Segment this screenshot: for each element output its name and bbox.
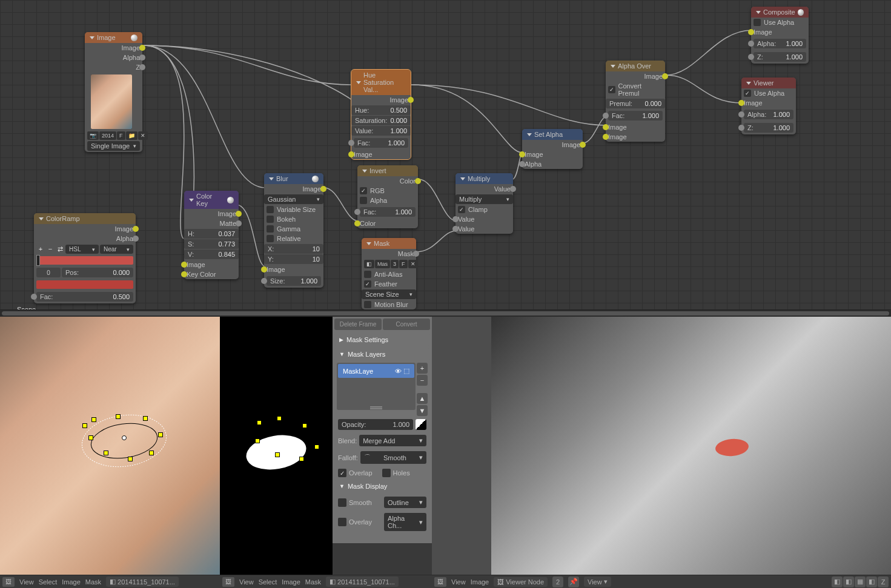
input-image: Image bbox=[264, 265, 323, 274]
check-use-alpha[interactable]: Use Alpha bbox=[751, 18, 809, 27]
check-variable-size[interactable]: Variable Size bbox=[264, 205, 323, 214]
node-mask[interactable]: Mask Mask ◧Mas3F✕ Anti-Alias Feather Sce… bbox=[362, 238, 416, 309]
view-dropdown[interactable]: View▾ bbox=[584, 576, 611, 587]
field-x[interactable]: X:10 bbox=[264, 244, 323, 254]
field-hue[interactable]: Hue:0.500 bbox=[351, 105, 411, 115]
menu-image[interactable]: Image bbox=[62, 578, 81, 586]
ramp-stop-fields[interactable]: 0 Pos:0.000 bbox=[34, 266, 136, 279]
input-value1: Value bbox=[455, 214, 513, 224]
mask-size-dropdown[interactable]: Scene Size bbox=[362, 289, 416, 299]
alphach-dropdown[interactable]: Alpha Ch...▾ bbox=[384, 513, 426, 531]
check-alpha[interactable]: Alpha bbox=[357, 196, 418, 205]
invert-icon[interactable] bbox=[416, 419, 426, 430]
image-editor-mask[interactable]: 1 bbox=[220, 317, 333, 588]
math-type-dropdown[interactable]: Multiply bbox=[455, 194, 513, 204]
node-composite[interactable]: Composite Use Alpha Image Alpha:1.000 Z:… bbox=[751, 7, 809, 64]
image-editor-left[interactable]: 1 bbox=[0, 317, 220, 588]
node-alpha-over[interactable]: Alpha Over Image Convert Premul Premul:0… bbox=[606, 61, 665, 142]
node-viewer[interactable]: Viewer Use Alpha Image Alpha:1.000 Z:1.0… bbox=[741, 78, 796, 134]
outline-dropdown[interactable]: Outline▾ bbox=[384, 497, 426, 508]
check-motion-blur[interactable]: Motion Blur bbox=[362, 300, 416, 309]
overlay-checkbox[interactable] bbox=[338, 518, 346, 526]
field-v[interactable]: V:0.845 bbox=[184, 249, 239, 259]
node-hue-saturation[interactable]: Hue Saturation Val... Image Hue:0.500 Sa… bbox=[351, 70, 411, 159]
image-thumbnail bbox=[91, 74, 132, 129]
check-feather[interactable]: Feather bbox=[362, 279, 416, 289]
node-set-alpha[interactable]: Set Alpha Image Image Alpha bbox=[522, 129, 583, 169]
mask-browse[interactable]: ◧Mas3F✕ bbox=[364, 260, 414, 268]
viewer-result-panel[interactable] bbox=[491, 317, 891, 588]
convert-button[interactable]: Convert bbox=[383, 319, 430, 330]
color-ramp-gradient[interactable] bbox=[36, 256, 133, 265]
opacity-field[interactable]: Opacity:1.000 bbox=[334, 417, 430, 432]
menu-image[interactable]: Image bbox=[282, 578, 300, 586]
file-dropdown[interactable]: 🖼Viewer Node bbox=[494, 577, 548, 587]
falloff-dropdown[interactable]: ⌒ Smooth▾ bbox=[360, 451, 426, 464]
node-colorramp[interactable]: ColorRamp Image Alpha +−⇄ HSL Near 0 Pos… bbox=[34, 213, 136, 303]
horizontal-scrollbar[interactable] bbox=[0, 309, 891, 317]
field-y[interactable]: Y:10 bbox=[264, 254, 323, 264]
mask-layer-item[interactable]: MaskLaye 👁 ⬚ bbox=[338, 364, 414, 378]
remove-layer-button[interactable]: − bbox=[417, 375, 428, 386]
check-relative[interactable]: Relative bbox=[264, 234, 323, 243]
node-blur[interactable]: Blur Image Gaussian Variable Size Bokeh … bbox=[264, 173, 323, 288]
mask-display-header[interactable]: ▼Mask Display bbox=[334, 480, 430, 492]
check-rgb[interactable]: RGB bbox=[357, 186, 418, 196]
move-up-button[interactable]: ▲ bbox=[417, 393, 428, 404]
check-use-alpha[interactable]: Use Alpha bbox=[741, 88, 796, 98]
menu-mask[interactable]: Mask bbox=[85, 578, 101, 586]
field-h[interactable]: H:0.037 bbox=[184, 229, 239, 239]
menu-mask[interactable]: Mask bbox=[305, 578, 321, 586]
node-invert[interactable]: Invert Color RGB Alpha Fac:1.000 Color bbox=[357, 165, 418, 228]
ramp-controls[interactable]: +−⇄ HSL Near bbox=[34, 243, 136, 255]
user-count[interactable]: 2 bbox=[552, 576, 563, 587]
blend-dropdown[interactable]: Merge Add▾ bbox=[359, 435, 426, 446]
editor-type-icon[interactable]: 🖼 bbox=[434, 577, 446, 587]
check-bokeh[interactable]: Bokeh bbox=[264, 214, 323, 224]
check-gamma[interactable]: Gamma bbox=[264, 224, 323, 234]
check-convert-premul[interactable]: Convert Premul bbox=[606, 81, 665, 98]
node-title: Alpha Over bbox=[618, 62, 651, 70]
image-browse[interactable]: 📷2014F📁✕ bbox=[87, 131, 140, 140]
file-dropdown[interactable]: ◧20141115_10071... bbox=[106, 576, 179, 587]
blur-type-dropdown[interactable]: Gaussian bbox=[264, 194, 323, 204]
pin-icon[interactable]: 📌 bbox=[568, 576, 579, 587]
display-channel-buttons[interactable]: ◧◧▦◧Z bbox=[832, 576, 889, 587]
mask-settings-header[interactable]: ▶Mask Settings bbox=[334, 334, 430, 346]
field-saturation[interactable]: Saturation:0.000 bbox=[351, 116, 411, 125]
menu-image[interactable]: Image bbox=[471, 578, 489, 586]
move-down-button[interactable]: ▼ bbox=[417, 405, 428, 416]
node-multiply[interactable]: Multiply Value Multiply Clamp Value Valu… bbox=[455, 173, 513, 234]
input-fac: Fac:1.000 bbox=[351, 136, 411, 150]
file-dropdown[interactable]: ◧20141115_10071... bbox=[326, 576, 399, 587]
editor-type-icon[interactable]: 🖼 bbox=[222, 577, 234, 587]
menu-view[interactable]: View bbox=[451, 578, 466, 586]
output-image: Image bbox=[522, 140, 583, 150]
input-alpha: Alpha:1.000 bbox=[751, 37, 809, 50]
field-value[interactable]: Value:1.000 bbox=[351, 126, 411, 136]
output-alpha: Alpha bbox=[85, 53, 142, 62]
check-antialias[interactable]: Anti-Alias bbox=[362, 269, 416, 279]
menu-view[interactable]: View bbox=[19, 578, 34, 586]
delete-frame-button[interactable]: Delete Frame bbox=[334, 319, 382, 330]
field-s[interactable]: S:0.773 bbox=[184, 239, 239, 249]
compositor-node-editor[interactable]: Image Image Alpha Z 📷2014F📁✕ Single Imag… bbox=[0, 0, 891, 317]
node-image[interactable]: Image Image Alpha Z 📷2014F📁✕ Single Imag… bbox=[85, 32, 142, 152]
check-clamp[interactable]: Clamp bbox=[455, 205, 513, 214]
holes-checkbox[interactable] bbox=[382, 469, 391, 477]
mask-layers-list[interactable]: MaskLaye 👁 ⬚ bbox=[337, 363, 416, 410]
input-keycolor: Key Color bbox=[184, 269, 239, 279]
color-swatch[interactable] bbox=[36, 280, 133, 289]
eye-icon[interactable]: 👁 bbox=[395, 368, 402, 375]
menu-select[interactable]: Select bbox=[259, 578, 277, 586]
editor-type-icon[interactable]: 🖼 bbox=[2, 577, 15, 587]
menu-select[interactable]: Select bbox=[39, 578, 58, 586]
field-premul[interactable]: Premul:0.000 bbox=[606, 99, 665, 108]
node-color-key[interactable]: Color Key Image Matte H:0.037 S:0.773 V:… bbox=[184, 191, 239, 279]
mask-layers-header[interactable]: ▼Mask Layers bbox=[334, 348, 430, 360]
overlap-checkbox[interactable]: ✓ bbox=[338, 469, 346, 477]
menu-view[interactable]: View bbox=[239, 578, 254, 586]
smooth-checkbox[interactable] bbox=[338, 498, 346, 507]
add-layer-button[interactable]: + bbox=[417, 363, 428, 374]
image-mode-dropdown[interactable]: Single Image bbox=[87, 141, 140, 151]
